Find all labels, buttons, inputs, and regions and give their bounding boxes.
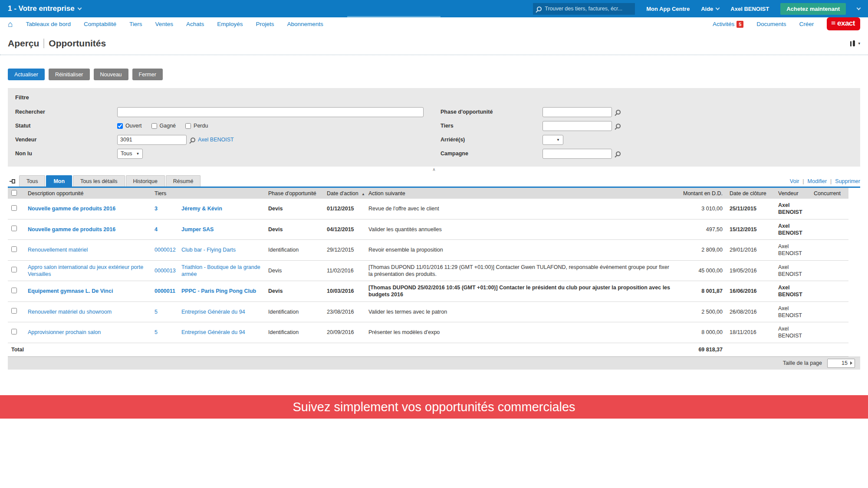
nav-item-achats[interactable]: Achats xyxy=(186,21,204,27)
opportunity-link[interactable]: Renouveller matériel du showroom xyxy=(28,309,112,315)
nav-item-tiers[interactable]: Tiers xyxy=(129,21,142,27)
vendeur-input[interactable] xyxy=(117,135,187,145)
row-checkbox[interactable] xyxy=(11,308,17,314)
concurrent-cell xyxy=(810,322,848,343)
reset-button[interactable]: Réinitialiser xyxy=(49,69,90,80)
opportunity-link[interactable]: Appro salon international du jeux extéri… xyxy=(28,264,143,277)
non-lu-select[interactable]: Tous ▼ xyxy=(117,149,143,159)
global-search[interactable] xyxy=(533,3,635,15)
tiers-name-link[interactable]: Jéremy & Kévin xyxy=(181,206,222,212)
refresh-button[interactable]: Actualiser xyxy=(8,69,45,80)
nav-item-projets[interactable]: Projets xyxy=(256,21,274,27)
tiers-number-link[interactable]: 4 xyxy=(155,226,158,233)
company-selector[interactable]: 1 - Votre entreprise xyxy=(8,4,81,13)
nav-item-ventes[interactable]: Ventes xyxy=(155,21,173,27)
user-menu[interactable]: Axel BENOIST xyxy=(730,6,769,12)
close-button[interactable]: Fermer xyxy=(132,69,163,80)
tiers-name-link[interactable]: Triathlon - Boutique de la grande armée xyxy=(181,264,260,277)
customize-menu[interactable]: ▾ xyxy=(849,40,860,47)
page-size-input[interactable]: 15 xyxy=(827,359,855,368)
opportunity-link[interactable]: Nouvelle gamme de produits 2016 xyxy=(28,206,115,212)
row-checkbox[interactable] xyxy=(11,226,17,231)
next-page-icon[interactable] xyxy=(850,361,852,365)
nav-item-activites[interactable]: Activités5 xyxy=(713,21,743,27)
app-centre-link[interactable]: Mon App Centre xyxy=(646,6,690,12)
filter-collapse-button[interactable]: ∧ xyxy=(0,167,868,174)
help-menu[interactable]: Aide xyxy=(701,6,719,12)
table-row[interactable]: Renouvellement matériel 0000012 Club bar… xyxy=(8,240,848,261)
home-icon[interactable]: ⌂ xyxy=(8,20,13,28)
nav-item-creer[interactable]: Créer xyxy=(799,21,814,27)
table-row[interactable]: Appro salon international du jeux extéri… xyxy=(8,260,848,281)
tab-tous[interactable]: Tous xyxy=(19,175,45,187)
tab-tous-les-détails[interactable]: Tous les détails xyxy=(73,175,125,187)
tiers-number-link[interactable]: 0000012 xyxy=(155,247,176,253)
campagne-lookup-button[interactable] xyxy=(616,151,621,156)
nav-item-tableaux-de-bord[interactable]: Tableaux de bord xyxy=(26,21,71,27)
tiers-number-link[interactable]: 5 xyxy=(155,329,158,335)
header-tiers[interactable]: Tiers xyxy=(151,188,265,199)
edit-link[interactable]: Modifier xyxy=(808,178,827,184)
pin-button[interactable] xyxy=(8,176,19,187)
phase-lookup-button[interactable] xyxy=(616,110,621,115)
tiers-lookup-button[interactable] xyxy=(616,124,621,128)
row-checkbox[interactable] xyxy=(11,288,17,293)
vendeur-lookup-button[interactable] xyxy=(191,138,195,142)
header-description[interactable]: Description opportunité xyxy=(24,188,151,199)
opportunity-link[interactable]: Nouvelle gamme de produits 2016 xyxy=(28,226,115,233)
statut-checkbox[interactable]: Ouvert xyxy=(117,123,142,129)
tiers-number-link[interactable]: 5 xyxy=(155,309,158,315)
nav-item-abonnements[interactable]: Abonnements xyxy=(287,21,323,27)
tiers-number-link[interactable]: 3 xyxy=(155,206,158,212)
chevron-down-icon[interactable] xyxy=(857,6,861,10)
exact-logo[interactable]: = exact xyxy=(827,17,860,30)
tab-historique[interactable]: Historique xyxy=(126,175,165,187)
select-all-checkbox[interactable] xyxy=(11,190,17,196)
table-row[interactable]: Approvisionner prochain salon 5 Entrepri… xyxy=(8,322,848,343)
header-vendeur[interactable]: Vendeur xyxy=(775,188,810,199)
opportunity-link[interactable]: Renouvellement matériel xyxy=(28,247,88,253)
global-search-input[interactable] xyxy=(545,6,631,12)
tiers-name-link[interactable]: Jumper SAS xyxy=(181,226,214,233)
table-row[interactable]: Equipement gymnase L. De Vinci 0000011 P… xyxy=(8,281,848,302)
header-date-action[interactable]: Date d'action ▲ xyxy=(323,188,365,199)
statut-checkbox[interactable]: Gagné xyxy=(151,123,176,129)
opportunity-link[interactable]: Equipement gymnase L. De Vinci xyxy=(28,288,113,294)
header-phase[interactable]: Phase d'opportunité xyxy=(265,188,323,199)
view-link[interactable]: Voir xyxy=(790,178,799,184)
vendeur-link[interactable]: Axel BENOIST xyxy=(198,137,234,143)
header-date-cloture[interactable]: Date de clôture xyxy=(726,188,775,199)
nav-item-employes[interactable]: Employés xyxy=(217,21,243,27)
tab-mon[interactable]: Mon xyxy=(46,175,72,187)
campagne-input[interactable] xyxy=(542,149,612,159)
tiers-name-link[interactable]: Entreprise Générale du 94 xyxy=(181,309,245,315)
search-input[interactable] xyxy=(117,107,424,117)
nav-item-comptabilite[interactable]: Comptabilité xyxy=(84,21,116,27)
buy-now-button[interactable]: Achetez maintenant xyxy=(780,3,846,15)
header-montant[interactable]: Montant en D.D. xyxy=(677,188,726,199)
table-row[interactable]: Renouveller matériel du showroom 5 Entre… xyxy=(8,301,848,322)
new-button[interactable]: Nouveau xyxy=(94,69,128,80)
row-checkbox[interactable] xyxy=(11,246,17,252)
nav-item-documents[interactable]: Documents xyxy=(756,21,786,27)
tiers-name-link[interactable]: Club bar - Flying Darts xyxy=(181,247,236,253)
arriere-select[interactable]: ▼ xyxy=(542,135,563,145)
phase-input[interactable] xyxy=(542,107,612,117)
tiers-number-link[interactable]: 0000011 xyxy=(155,288,175,294)
row-checkbox[interactable] xyxy=(11,205,17,211)
delete-link[interactable]: Supprimer xyxy=(835,178,860,184)
opportunity-link[interactable]: Approvisionner prochain salon xyxy=(28,329,101,335)
date-action-cell: 20/09/2016 xyxy=(323,322,365,343)
table-row[interactable]: Nouvelle gamme de produits 2016 4 Jumper… xyxy=(8,219,848,240)
tab-résumé[interactable]: Résumé xyxy=(166,175,201,187)
tiers-name-link[interactable]: PPPC - Paris Ping Pong Club xyxy=(181,288,256,294)
header-concurrent[interactable]: Concurrent xyxy=(810,188,848,199)
statut-checkbox[interactable]: Perdu xyxy=(185,123,208,129)
row-checkbox[interactable] xyxy=(11,329,17,334)
tiers-name-link[interactable]: Entreprise Générale du 94 xyxy=(181,329,245,335)
table-row[interactable]: Nouvelle gamme de produits 2016 3 Jéremy… xyxy=(8,199,848,219)
tiers-input[interactable] xyxy=(542,121,612,131)
row-checkbox[interactable] xyxy=(11,267,17,272)
tiers-number-link[interactable]: 0000013 xyxy=(155,268,176,274)
header-action-suivante[interactable]: Action suivante xyxy=(365,188,677,199)
